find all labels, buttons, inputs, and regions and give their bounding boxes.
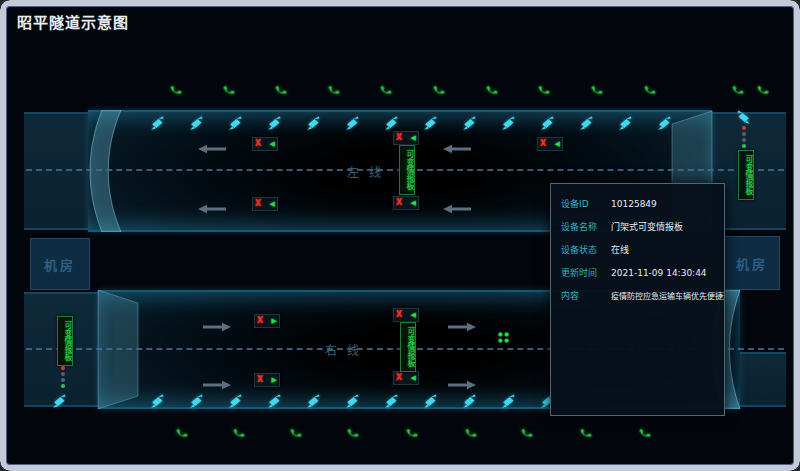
lane-direction-arrow xyxy=(196,139,226,158)
cctv-camera-icon[interactable] xyxy=(736,110,751,124)
lane-direction-arrow xyxy=(203,317,233,336)
red-x-icon: X xyxy=(396,311,402,319)
green-light-icon xyxy=(61,384,65,388)
variable-message-sign[interactable]: 可变情报板 xyxy=(738,150,754,200)
emergency-phone-icon[interactable] xyxy=(580,427,592,439)
cctv-camera-icon[interactable] xyxy=(657,116,672,130)
lane-direction-arrow xyxy=(441,139,471,158)
cctv-camera-icon[interactable] xyxy=(462,116,477,130)
lane-direction-arrow xyxy=(196,199,226,218)
gray-light-icon xyxy=(742,132,746,136)
green-arrow-icon: ◀ xyxy=(270,141,275,148)
gray-light-icon xyxy=(742,138,746,142)
emergency-phone-icon[interactable] xyxy=(433,84,445,96)
tooltip-row: 更新时间2021-11-09 14:30:44 xyxy=(551,261,724,284)
lane-control-signal[interactable]: X◀ xyxy=(252,137,278,151)
green-arrow-icon: ▶ xyxy=(272,377,277,384)
emergency-phone-icon[interactable] xyxy=(644,84,656,96)
cctv-camera-icon[interactable] xyxy=(228,394,243,408)
emergency-phone-icon[interactable] xyxy=(406,427,418,439)
red-x-icon: X xyxy=(540,140,546,148)
cctv-camera-icon[interactable] xyxy=(618,116,633,130)
lane-control-signal[interactable]: X◀ xyxy=(252,197,278,211)
emergency-phone-icon[interactable] xyxy=(176,427,188,439)
cctv-camera-icon[interactable] xyxy=(579,116,594,130)
gray-light-icon xyxy=(61,378,65,382)
tooltip-row-value: 疫情防控应急运输车辆优先便捷通行！ xyxy=(611,290,725,301)
emergency-phone-icon[interactable] xyxy=(465,427,477,439)
red-light-icon xyxy=(61,366,65,370)
tooltip-row-label: 设备状态 xyxy=(561,243,611,256)
green-arrow-icon: ◀ xyxy=(411,312,416,319)
cctv-camera-icon[interactable] xyxy=(228,116,243,130)
cctv-camera-icon[interactable] xyxy=(345,394,360,408)
red-x-icon: X xyxy=(396,374,402,382)
lane-direction-arrow xyxy=(203,375,233,394)
lane-control-signal[interactable]: X◀ xyxy=(537,137,563,151)
red-x-icon: X xyxy=(255,200,261,208)
emergency-phone-icon[interactable] xyxy=(732,84,744,96)
tooltip-row-value: 门架式可变情报板 xyxy=(611,220,683,233)
red-x-icon: X xyxy=(396,134,402,142)
tooltip-row-value: 在线 xyxy=(611,243,629,256)
cctv-camera-icon[interactable] xyxy=(189,394,204,408)
green-arrow-icon: ◀ xyxy=(270,201,275,208)
variable-message-sign[interactable]: 可变情报板 xyxy=(399,145,415,195)
tooltip-row: 内容疫情防控应急运输车辆优先便捷通行！ xyxy=(551,284,724,307)
cctv-camera-icon[interactable] xyxy=(501,116,516,130)
lane-control-signal[interactable]: X◀ xyxy=(393,371,419,385)
cctv-camera-icon[interactable] xyxy=(423,394,438,408)
tooltip-row: 设备状态在线 xyxy=(551,238,724,261)
cctv-camera-icon[interactable] xyxy=(150,394,165,408)
cctv-camera-icon[interactable] xyxy=(306,116,321,130)
lane-control-signal[interactable]: X▶ xyxy=(254,373,280,387)
emergency-phone-icon[interactable] xyxy=(591,84,603,96)
device-info-rows: 设备ID10125849设备名称门架式可变情报板设备状态在线更新时间2021-1… xyxy=(551,184,724,307)
red-x-icon: X xyxy=(257,376,263,384)
emergency-phone-icon[interactable] xyxy=(757,84,769,96)
cctv-camera-icon[interactable] xyxy=(345,116,360,130)
red-x-icon: X xyxy=(396,199,402,207)
tooltip-row: 设备名称门架式可变情报板 xyxy=(551,215,724,238)
lane-direction-arrow xyxy=(441,199,471,218)
emergency-phone-icon[interactable] xyxy=(521,427,533,439)
tooltip-row-value: 2021-11-09 14:30:44 xyxy=(611,268,707,278)
jet-fan-icon[interactable] xyxy=(497,331,510,344)
cctv-camera-icon[interactable] xyxy=(306,394,321,408)
cctv-camera-icon[interactable] xyxy=(423,116,438,130)
emergency-phone-icon[interactable] xyxy=(170,84,182,96)
cctv-camera-icon[interactable] xyxy=(267,116,282,130)
emergency-phone-icon[interactable] xyxy=(486,84,498,96)
green-light-icon xyxy=(742,144,746,148)
emergency-phone-icon[interactable] xyxy=(380,84,392,96)
lane-control-signal[interactable]: X◀ xyxy=(393,196,419,210)
emergency-phone-icon[interactable] xyxy=(223,84,235,96)
emergency-phone-icon[interactable] xyxy=(538,84,550,96)
emergency-phone-icon[interactable] xyxy=(347,427,359,439)
gray-light-icon xyxy=(61,372,65,376)
tooltip-row-label: 设备ID xyxy=(561,197,611,210)
cctv-camera-icon[interactable] xyxy=(52,394,67,408)
signal-light-stack[interactable] xyxy=(742,126,746,148)
emergency-phone-icon[interactable] xyxy=(328,84,340,96)
cctv-camera-icon[interactable] xyxy=(384,116,399,130)
variable-message-sign[interactable]: 可变情报板 xyxy=(400,322,416,372)
cctv-camera-icon[interactable] xyxy=(462,394,477,408)
cctv-camera-icon[interactable] xyxy=(501,394,516,408)
lane-control-signal[interactable]: X◀ xyxy=(393,308,419,322)
green-arrow-icon: ◀ xyxy=(555,141,560,148)
signal-light-stack[interactable] xyxy=(61,366,65,388)
cctv-camera-icon[interactable] xyxy=(384,394,399,408)
lane-control-signal[interactable]: X▶ xyxy=(254,314,280,328)
emergency-phone-icon[interactable] xyxy=(290,427,302,439)
cctv-camera-icon[interactable] xyxy=(267,394,282,408)
cctv-camera-icon[interactable] xyxy=(189,116,204,130)
emergency-phone-icon[interactable] xyxy=(639,427,651,439)
red-x-icon: X xyxy=(255,140,261,148)
lane-control-signal[interactable]: X◀ xyxy=(393,131,419,145)
emergency-phone-icon[interactable] xyxy=(275,84,287,96)
variable-message-sign[interactable]: 可变情报板 xyxy=(57,316,73,366)
cctv-camera-icon[interactable] xyxy=(540,116,555,130)
emergency-phone-icon[interactable] xyxy=(233,427,245,439)
cctv-camera-icon[interactable] xyxy=(150,116,165,130)
